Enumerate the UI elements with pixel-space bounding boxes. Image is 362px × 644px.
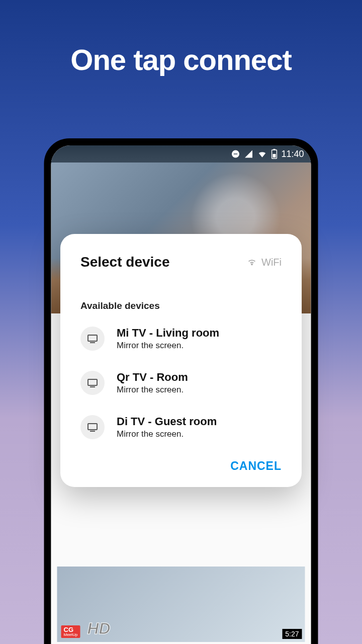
svg-rect-1 [234, 153, 238, 154]
svg-rect-10 [88, 424, 97, 430]
svg-rect-3 [273, 149, 275, 150]
tv-icon [80, 327, 105, 351]
svg-rect-6 [88, 335, 97, 341]
hero-title: One tap connect [0, 43, 362, 76]
device-subtitle: Mirror the screen. [117, 385, 282, 395]
signal-icon [244, 149, 253, 158]
status-time: 11:40 [281, 149, 304, 159]
device-subtitle: Mirror the screen. [117, 429, 282, 439]
device-item-mi-tv[interactable]: Mi TV - Living room Mirror the screen. [80, 327, 282, 351]
svg-rect-4 [273, 154, 276, 157]
device-subtitle: Mirror the screen. [117, 341, 282, 351]
wifi-icon [257, 149, 267, 158]
video-thumbnail[interactable]: CGMeetUp HD 5:27 [57, 567, 305, 642]
hd-badge: HD [87, 619, 111, 638]
tv-icon [80, 415, 105, 439]
wifi-icon [246, 256, 257, 269]
device-item-qr-tv[interactable]: Qr TV - Room Mirror the screen. [80, 371, 282, 395]
dialog-title: Select device [80, 254, 169, 270]
battery-icon [271, 149, 277, 159]
status-bar: 11:40 [51, 145, 311, 163]
svg-point-5 [251, 264, 252, 265]
connection-type: WiFi [246, 256, 282, 269]
select-device-dialog: Select device WiFi Available devices Mi … [60, 234, 302, 487]
video-duration: 5:27 [282, 629, 302, 639]
device-name: Qr TV - Room [117, 371, 282, 384]
dnd-icon [231, 149, 240, 158]
device-item-di-tv[interactable]: Di TV - Guest room Mirror the screen. [80, 415, 282, 439]
device-name: Di TV - Guest room [117, 415, 282, 428]
cancel-button[interactable]: CANCEL [230, 459, 282, 472]
section-label: Available devices [80, 300, 282, 311]
channel-badge: CGMeetUp [61, 625, 80, 638]
tv-icon [80, 371, 105, 395]
svg-rect-8 [88, 379, 97, 385]
video-list-item[interactable]: CGMeetUp HD 5:27 CGMeetUp CGI Animated S… [51, 567, 311, 644]
device-name: Mi TV - Living room [117, 327, 282, 340]
